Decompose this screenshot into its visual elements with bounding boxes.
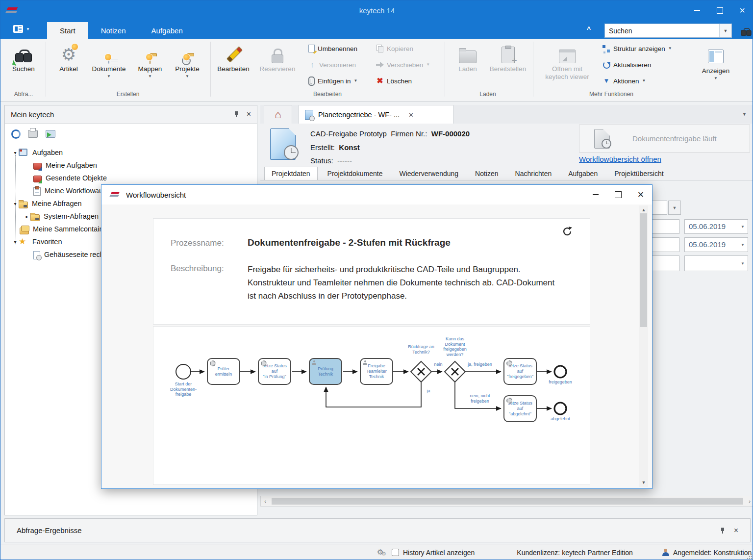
close-icon[interactable]: × bbox=[734, 527, 738, 535]
pin-icon[interactable] bbox=[234, 111, 239, 117]
projekte-button[interactable]: Projekte ▼ bbox=[166, 42, 208, 78]
tree-item-system-abfragen[interactable]: ▸ System-Abfragen bbox=[24, 210, 99, 223]
group-label-laden: Laden bbox=[447, 91, 529, 98]
scroll-right-icon[interactable]: › bbox=[745, 498, 753, 504]
document-tab-title: Planetengetriebe - WF- ... bbox=[318, 111, 400, 119]
dokumente-button[interactable]: Dokumente ▼ bbox=[88, 42, 130, 78]
resize-grip[interactable] bbox=[747, 554, 752, 559]
pin-icon[interactable] bbox=[720, 528, 725, 534]
close-icon[interactable]: × bbox=[731, 2, 753, 18]
home-tab[interactable]: ⌂ bbox=[264, 105, 292, 124]
search-binoculars-icon[interactable] bbox=[737, 25, 753, 39]
combo-dropdown-icon[interactable]: ▼ bbox=[668, 201, 681, 215]
horizontal-scrollbar[interactable]: ‹ › bbox=[260, 496, 753, 507]
form-date-1[interactable]: 05.06.2019 ▼ bbox=[684, 219, 748, 234]
firmen-nr-label: Firmen Nr.: bbox=[391, 129, 427, 138]
scroll-left-icon[interactable]: ‹ bbox=[261, 498, 270, 504]
panel-title: Mein keytech bbox=[11, 110, 54, 119]
dialog-close-icon[interactable]: × bbox=[629, 185, 652, 204]
suchen-button[interactable]: Suchen bbox=[2, 42, 45, 73]
maximize-icon[interactable] bbox=[708, 2, 731, 18]
app-menu-button[interactable]: ▼ bbox=[13, 25, 30, 33]
panel-toolbar bbox=[5, 124, 257, 143]
tab-notizen[interactable]: Notizen bbox=[468, 167, 505, 180]
pencil-icon bbox=[225, 47, 242, 63]
dialog-minimize-icon[interactable] bbox=[584, 185, 607, 204]
mappen-button[interactable]: Mappen ▼ bbox=[129, 42, 171, 78]
scrollbar-thumb[interactable] bbox=[640, 213, 647, 327]
dialog-maximize-icon[interactable] bbox=[607, 185, 629, 204]
refresh-icon bbox=[11, 129, 20, 137]
ribbon-tab-aufgaben[interactable]: Aufgaben bbox=[139, 22, 196, 39]
license-text: Kundenlizenz: keytech Partner Edition bbox=[517, 549, 633, 557]
close-icon[interactable]: × bbox=[247, 110, 251, 118]
tab-close-icon[interactable]: ✕ bbox=[408, 111, 414, 119]
form-date-3[interactable]: ▼ bbox=[684, 255, 748, 271]
task-status-freigegeben[interactable]: setze Status auf "freigegeben" bbox=[503, 358, 537, 385]
expander-icon[interactable]: ▾ bbox=[12, 201, 19, 206]
task-status-abgelehnt[interactable]: setze Status auf "abgelehnt" bbox=[503, 395, 537, 422]
aktualisieren-button[interactable]: Aktualisieren bbox=[602, 59, 651, 71]
refresh-icon[interactable] bbox=[561, 226, 573, 237]
task-freigabe-teamleiter[interactable]: Freigabe Teamleiter Technik bbox=[360, 358, 393, 385]
tree-item-meine-sammelcontainer[interactable]: Meine Sammelcontainer bbox=[20, 223, 109, 235]
tree-item-meine-aufgaben[interactable]: Meine Aufgaben bbox=[33, 159, 97, 172]
ribbon-tab-notizen[interactable]: Notizen bbox=[88, 22, 139, 39]
expander-icon[interactable]: ▾ bbox=[12, 150, 19, 155]
firmen-nr-value: WF-000020 bbox=[431, 129, 470, 138]
task-pruefer-ermitteln[interactable]: Prüfer ermitteln bbox=[207, 358, 240, 385]
ribbon-collapse-button[interactable]: ^ bbox=[587, 25, 591, 33]
search-dropdown-icon[interactable]: ▼ bbox=[719, 24, 731, 37]
actions-triangle-icon: ▼ bbox=[602, 77, 610, 85]
date-dropdown-icon[interactable]: ▼ bbox=[739, 257, 747, 270]
expander-icon[interactable]: ▸ bbox=[24, 214, 30, 219]
tree-item-gehaeuseseite[interactable]: Gehäuseseite rechts bbox=[33, 248, 109, 261]
tree-item-favoriten[interactable]: ▾ ★ Favoriten bbox=[12, 235, 62, 248]
tab-aufgaben[interactable]: Aufgaben bbox=[561, 167, 604, 180]
minimize-icon[interactable] bbox=[686, 2, 708, 18]
tab-nachrichten[interactable]: Nachrichten bbox=[508, 167, 559, 180]
artikel-button[interactable]: ⚙ Artikel bbox=[48, 42, 90, 73]
lock-icon bbox=[272, 49, 283, 63]
task-pruefung-technik[interactable]: Prüfung Technik bbox=[309, 358, 342, 385]
anzeigen-button[interactable]: Anzeigen ▼ bbox=[695, 42, 737, 80]
printer-icon bbox=[28, 130, 38, 138]
document-tab[interactable]: Planetengetriebe - WF- ... ✕ bbox=[299, 105, 453, 124]
date-dropdown-icon[interactable]: ▼ bbox=[739, 221, 747, 232]
tree-item-meine-abfragen[interactable]: ▾ Meine Abfragen bbox=[12, 197, 82, 210]
chevron-down-icon: ▼ bbox=[185, 75, 189, 78]
tab-projektdokumente[interactable]: Projektdokumente bbox=[321, 167, 390, 180]
workflow-overview-link[interactable]: Workflowübersicht öffnen bbox=[579, 155, 661, 163]
expander-icon[interactable]: ▾ bbox=[12, 239, 19, 245]
scroll-up-icon[interactable]: ▲ bbox=[639, 206, 648, 213]
edge-label-ja: ja bbox=[423, 388, 434, 394]
task-status-in-pruefung[interactable]: setze Status auf "in Prüfung" bbox=[258, 358, 291, 385]
date-value: 05.06.2019 bbox=[689, 240, 726, 249]
refresh-button[interactable] bbox=[9, 127, 22, 139]
loeschen-button[interactable]: ✖ Löschen bbox=[376, 75, 412, 87]
tab-projektuebersicht[interactable]: Projektübersicht bbox=[607, 167, 670, 180]
date-dropdown-icon[interactable]: ▼ bbox=[739, 239, 747, 251]
form-date-2[interactable]: 05.06.2019 ▼ bbox=[684, 237, 748, 252]
scrollbar-thumb[interactable] bbox=[272, 498, 743, 505]
history-checkbox[interactable] bbox=[392, 549, 399, 556]
tree-item-aufgaben[interactable]: ▾ Aufgaben bbox=[12, 146, 63, 159]
umbenennen-button[interactable]: Umbenennen bbox=[308, 43, 357, 54]
ribbon-tab-start[interactable]: Start bbox=[47, 22, 88, 39]
tab-list-dropdown-icon[interactable]: ▼ bbox=[742, 112, 747, 117]
export-button[interactable] bbox=[44, 127, 57, 139]
prozessname-label: Prozessname: bbox=[171, 238, 224, 248]
tab-wiederverwendung[interactable]: Wiederverwendung bbox=[392, 167, 465, 180]
dialog-vertical-scrollbar[interactable]: ▲ ▼ bbox=[639, 205, 648, 487]
bearbeiten-button[interactable]: Bearbeiten bbox=[212, 42, 254, 73]
struktur-anzeigen-button[interactable]: Struktur anzeigen ▼ bbox=[602, 43, 672, 54]
scroll-down-icon[interactable]: ▼ bbox=[639, 479, 648, 486]
chevron-down-icon: ▼ bbox=[426, 63, 430, 67]
print-button[interactable] bbox=[26, 127, 39, 139]
tab-projektdaten[interactable]: Projektdaten bbox=[264, 167, 318, 180]
tree-item-gesendete-objekte[interactable]: Gesendete Objekte bbox=[33, 172, 107, 184]
aktionen-button[interactable]: ▼ Aktionen ▼ bbox=[602, 75, 646, 87]
einfuegen-in-button[interactable]: Einfügen in ▼ bbox=[308, 75, 357, 87]
search-input[interactable]: Suchen bbox=[605, 27, 719, 35]
quick-search-combo[interactable]: Suchen ▼ bbox=[604, 24, 732, 38]
